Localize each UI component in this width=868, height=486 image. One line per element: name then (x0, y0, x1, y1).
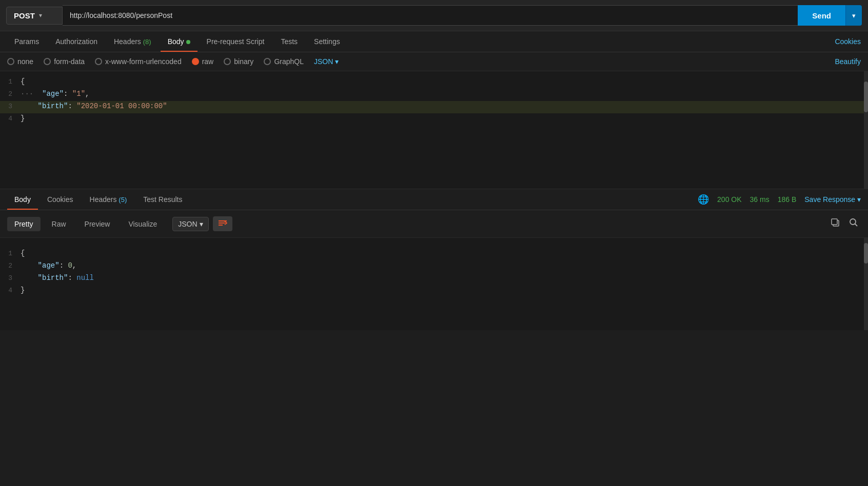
response-status: 200 OK (717, 195, 741, 204)
tab-pre-request[interactable]: Pre-request Script (200, 31, 272, 52)
tab-settings[interactable]: Settings (307, 31, 347, 52)
line-num-3: 3 (0, 102, 21, 110)
method-chevron-icon: ▾ (39, 12, 42, 19)
resp-line-content-1: { (21, 249, 868, 257)
response-tab-cookies[interactable]: Cookies (40, 189, 81, 210)
line-content-2: ··· "age": "1", (21, 90, 868, 98)
response-tabs-bar: Body Cookies Headers (5) Test Results 🌐 … (0, 189, 868, 210)
response-tab-body[interactable]: Body (7, 189, 38, 210)
response-editor-scrollbar-thumb (864, 243, 868, 264)
resp-line-num-4: 4 (0, 286, 21, 294)
tab-authorization[interactable]: Authorization (48, 31, 105, 52)
save-response-button[interactable]: Save Response ▾ (804, 195, 861, 204)
response-format-visualize[interactable]: Visualize (121, 217, 164, 231)
tab-tests[interactable]: Tests (273, 31, 305, 52)
response-status-area: 🌐 200 OK 36 ms 186 B Save Response ▾ (698, 194, 861, 205)
resp-line-content-2: "age": 0, (21, 261, 868, 270)
body-options-bar: none form-data x-www-form-urlencoded raw… (0, 52, 868, 71)
radio-form-data-circle (44, 58, 51, 65)
request-editor-scrollbar[interactable] (864, 71, 868, 189)
response-time: 36 ms (750, 195, 770, 204)
resp-line-content-3: "birth": null (21, 274, 868, 282)
svg-rect-4 (832, 219, 837, 225)
svg-line-6 (855, 224, 858, 227)
request-editor-scrollbar-thumb (864, 82, 868, 112)
request-line-1: 1 { (0, 76, 868, 89)
headers-badge: (8) (143, 38, 151, 46)
response-size: 186 B (778, 195, 797, 204)
resp-line-num-3: 3 (0, 274, 21, 282)
line-content-4: } (21, 114, 868, 123)
response-line-3: 3 "birth": null (0, 273, 868, 285)
request-code-editor[interactable]: 1 { 2 ··· "age": "1", 3 "birth": "2020-0… (0, 71, 868, 189)
body-active-dot (186, 40, 190, 44)
request-line-2: 2 ··· "age": "1", (0, 89, 868, 101)
tab-body[interactable]: Body (161, 31, 198, 52)
copy-button[interactable] (828, 215, 842, 232)
resp-line-num-2: 2 (0, 261, 21, 270)
url-input[interactable] (63, 5, 798, 26)
line-num-2: 2 (0, 90, 21, 98)
radio-form-data[interactable]: form-data (44, 57, 85, 66)
method-selector[interactable]: POST ▾ (6, 7, 63, 25)
response-json-selector[interactable]: JSON ▾ (172, 217, 208, 231)
request-code-lines: 1 { 2 ··· "age": "1", 3 "birth": "2020-0… (0, 71, 868, 131)
response-tab-test-results[interactable]: Test Results (136, 189, 189, 210)
url-bar: POST ▾ Send ▾ (0, 0, 868, 31)
radio-graphql[interactable]: GraphQL (264, 57, 304, 66)
method-label: POST (14, 11, 35, 20)
response-format-raw[interactable]: Raw (45, 217, 73, 231)
radio-binary-circle (224, 58, 231, 65)
radio-urlencoded-circle (95, 58, 102, 65)
resp-line-num-1: 1 (0, 249, 21, 257)
response-section: Body Cookies Headers (5) Test Results 🌐 … (0, 189, 868, 330)
request-line-4: 4 } (0, 113, 868, 126)
line-content-1: { (21, 77, 868, 86)
response-tab-headers[interactable]: Headers (5) (83, 189, 134, 210)
response-line-4: 4 } (0, 285, 868, 297)
resp-line-content-4: } (21, 286, 868, 294)
response-format-pretty[interactable]: Pretty (7, 217, 41, 231)
request-tabs-bar: Params Authorization Headers (8) Body Pr… (0, 31, 868, 52)
request-line-3: 3 "birth": "2020-01-01 00:00:00" (0, 101, 868, 113)
send-btn-container: Send ▾ (798, 5, 862, 26)
response-code-editor[interactable]: 1 { 2 "age": 0, 3 "birth": null 4 } (0, 238, 868, 330)
line-content-3: "birth": "2020-01-01 00:00:00" (21, 102, 868, 110)
radio-none[interactable]: none (7, 57, 33, 66)
globe-icon: 🌐 (698, 194, 709, 205)
response-code-lines: 1 { 2 "age": 0, 3 "birth": null 4 } (0, 243, 868, 302)
response-headers-badge: (5) (119, 196, 127, 204)
send-button[interactable]: Send (798, 5, 845, 26)
tab-cookies[interactable]: Cookies (835, 37, 861, 46)
beautify-button[interactable]: Beautify (835, 57, 861, 66)
radio-raw[interactable]: raw (192, 57, 214, 66)
tab-params[interactable]: Params (7, 31, 46, 52)
response-line-2: 2 "age": 0, (0, 260, 868, 273)
response-format-preview[interactable]: Preview (77, 217, 117, 231)
radio-raw-circle (192, 58, 199, 65)
radio-none-circle (7, 58, 14, 65)
response-line-1: 1 { (0, 248, 868, 260)
search-button[interactable] (846, 215, 861, 232)
response-editor-scrollbar[interactable] (864, 238, 868, 330)
radio-urlencoded[interactable]: x-www-form-urlencoded (95, 57, 182, 66)
line-num-4: 4 (0, 114, 21, 123)
send-dropdown-button[interactable]: ▾ (845, 5, 862, 26)
radio-binary[interactable]: binary (224, 57, 253, 66)
line-num-1: 1 (0, 77, 21, 86)
tab-headers[interactable]: Headers (8) (107, 31, 159, 52)
radio-graphql-circle (264, 58, 271, 65)
json-type-selector[interactable]: JSON ▾ (314, 57, 339, 66)
svg-point-5 (850, 219, 856, 225)
response-content-bar: Pretty Raw Preview Visualize JSON ▾ (0, 210, 868, 238)
wrap-button[interactable] (213, 216, 232, 231)
